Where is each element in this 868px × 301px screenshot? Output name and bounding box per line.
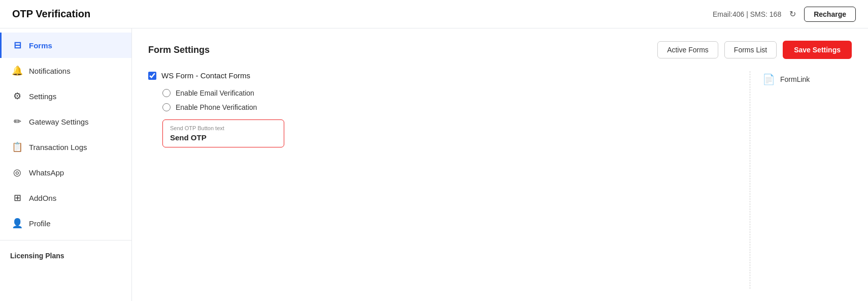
active-forms-button[interactable]: Active Forms — [657, 41, 718, 58]
sidebar-item-label: Notifications — [29, 67, 71, 75]
sidebar-item-label: Profile — [29, 219, 51, 228]
ws-form-checkbox-row: WS Form - Contact Forms — [148, 71, 738, 80]
refresh-icon[interactable]: ↻ — [789, 9, 796, 19]
profile-icon: 👤 — [12, 218, 23, 229]
formlink-label: FormLink — [780, 75, 810, 83]
main-layout: ⊟ Forms 🔔 Notifications ⚙ Settings ✏ Gat… — [0, 28, 868, 301]
radio-email-row: Enable Email Verification — [162, 89, 738, 97]
radio-options: Enable Email Verification Enable Phone V… — [162, 89, 738, 111]
sidebar-item-transaction-logs[interactable]: 📋 Transaction Logs — [0, 134, 131, 160]
credits-display: Email:406 | SMS: 168 — [713, 10, 781, 18]
sidebar-item-settings[interactable]: ⚙ Settings — [0, 83, 131, 109]
forms-icon: ⊟ — [12, 40, 23, 51]
logs-icon: 📋 — [12, 141, 23, 153]
otp-button-field-label: Send OTP Button text — [170, 125, 277, 131]
header-actions: Active Forms Forms List Save Settings — [657, 41, 852, 59]
sidebar-divider — [0, 240, 131, 240]
ws-form-label: WS Form - Contact Forms — [161, 71, 250, 80]
forms-list-button[interactable]: Forms List — [724, 41, 777, 58]
main-content: Form Settings Active Forms Forms List Sa… — [132, 28, 868, 301]
gateway-icon: ✏ — [12, 116, 23, 127]
sidebar-item-label: Transaction Logs — [29, 143, 87, 152]
header-right: Email:406 | SMS: 168 ↻ Recharge — [713, 7, 856, 22]
addons-icon: ⊞ — [12, 192, 23, 203]
formlink-icon: 📄 — [762, 73, 775, 85]
save-settings-button[interactable]: Save Settings — [783, 41, 852, 59]
sidebar-item-gateway-settings[interactable]: ✏ Gateway Settings — [0, 109, 131, 134]
sidebar-item-profile[interactable]: 👤 Profile — [0, 210, 131, 236]
form-settings-title: Form Settings — [148, 45, 210, 55]
sidebar-item-forms[interactable]: ⊟ Forms — [0, 33, 131, 58]
form-right: 📄 FormLink — [750, 71, 852, 289]
settings-icon: ⚙ — [12, 91, 23, 102]
radio-phone-row: Enable Phone Verification — [162, 103, 738, 111]
otp-button-text-container[interactable]: Send OTP Button text Send OTP — [162, 119, 284, 147]
formlink-row: 📄 FormLink — [762, 71, 852, 85]
app-header: OTP Verification Email:406 | SMS: 168 ↻ … — [0, 0, 868, 28]
whatsapp-icon: ◎ — [12, 167, 23, 178]
sidebar: ⊟ Forms 🔔 Notifications ⚙ Settings ✏ Gat… — [0, 28, 132, 301]
sidebar-item-label: WhatsApp — [29, 168, 64, 177]
form-left: WS Form - Contact Forms Enable Email Ver… — [148, 71, 750, 289]
sidebar-licensing-plans[interactable]: Licensing Plans — [0, 245, 131, 267]
recharge-button[interactable]: Recharge — [804, 7, 856, 22]
radio-email[interactable] — [162, 89, 171, 97]
radio-email-label: Enable Email Verification — [176, 89, 254, 97]
sidebar-item-label: Settings — [29, 92, 56, 101]
sidebar-item-label: AddOns — [29, 194, 56, 202]
form-settings-header: Form Settings Active Forms Forms List Sa… — [148, 41, 852, 59]
sidebar-item-notifications[interactable]: 🔔 Notifications — [0, 58, 131, 83]
sidebar-item-whatsapp[interactable]: ◎ WhatsApp — [0, 160, 131, 185]
app-title: OTP Verification — [12, 8, 90, 20]
otp-button-value: Send OTP — [170, 133, 277, 142]
sidebar-item-label: Forms — [29, 41, 52, 50]
ws-form-checkbox[interactable] — [148, 72, 156, 80]
bell-icon: 🔔 — [12, 65, 23, 76]
form-body: WS Form - Contact Forms Enable Email Ver… — [148, 71, 852, 289]
sidebar-item-addons[interactable]: ⊞ AddOns — [0, 185, 131, 210]
radio-phone-label: Enable Phone Verification — [176, 103, 257, 111]
sidebar-item-label: Gateway Settings — [29, 117, 89, 126]
radio-phone[interactable] — [162, 103, 171, 111]
